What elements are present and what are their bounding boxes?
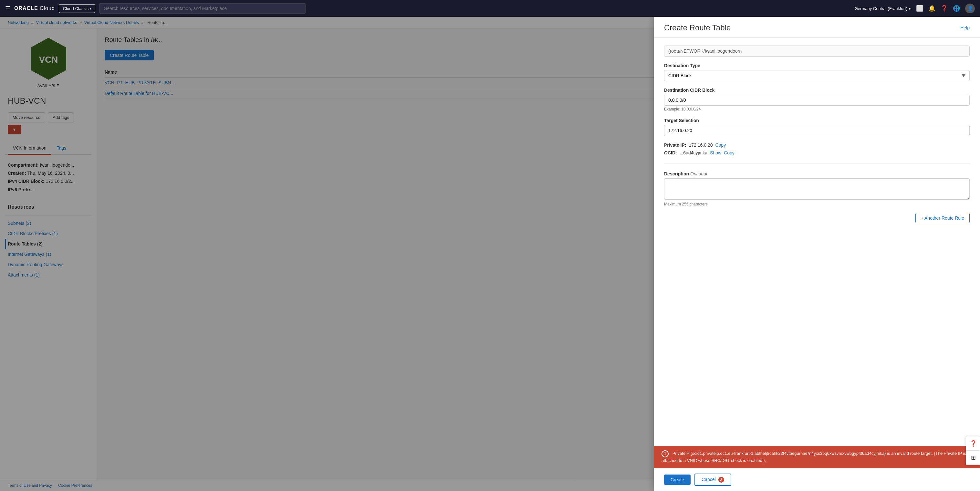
region-selector[interactable]: Germany Central (Frankfurt) ▾ (855, 6, 911, 11)
modal-title: Create Route Table (664, 23, 731, 32)
hamburger-icon[interactable]: ☰ (5, 5, 10, 12)
description-group: Description Optional Maximum 255 charact… (664, 171, 970, 207)
private-ip-value: 172.16.0.20 (689, 143, 713, 148)
private-ip-label: Private IP: (664, 143, 686, 148)
private-ip-copy-link[interactable]: Copy (715, 143, 726, 148)
target-selection-group: Target Selection (664, 118, 970, 136)
description-input[interactable] (664, 178, 970, 200)
compartment-path: (root)/NETWORK/IwanHoogendoorn (664, 46, 970, 57)
cloud-classic-button[interactable]: Cloud Classic › (59, 4, 95, 13)
ocid-value: ...6ad4cyjmka (679, 150, 707, 156)
target-selection-input[interactable] (664, 125, 970, 136)
ocid-copy-link[interactable]: Copy (724, 150, 735, 156)
destination-cidr-label: Destination CIDR Block (664, 87, 970, 93)
cancel-number-badge: 2 (718, 477, 724, 483)
globe-icon[interactable]: 🌐 (953, 5, 960, 12)
help-widget: ❓ ⊞ (966, 436, 980, 465)
help-icon[interactable]: ❓ (940, 5, 948, 12)
ocid-row: OCID: ...6ad4cyjmka Show Copy (664, 150, 970, 156)
top-navigation: ☰ ORACLE Cloud Cloud Classic › Germany C… (0, 0, 980, 17)
ocid-show-link[interactable]: Show (710, 150, 721, 156)
nav-right: Germany Central (Frankfurt) ▾ ⬜ 🔔 ❓ 🌐 👤 (855, 3, 975, 13)
destination-type-label: Destination Type (664, 63, 970, 68)
modal-footer: Create Cancel 2 (654, 468, 980, 491)
destination-type-select[interactable]: CIDR Block Service (664, 70, 970, 81)
form-section-divider (664, 163, 970, 164)
description-label: Description Optional (664, 171, 970, 176)
modal-body: (root)/NETWORK/IwanHoogendoorn Destinati… (654, 38, 980, 446)
another-route-rule-button[interactable]: + Another Route Rule (915, 213, 970, 223)
oracle-logo: ORACLE Cloud (14, 5, 55, 11)
create-route-table-modal: Create Route Table Help (root)/NETWORK/I… (654, 17, 980, 491)
create-button[interactable]: Create (664, 475, 690, 485)
target-selection-label: Target Selection (664, 118, 970, 123)
modal-help-link[interactable]: Help (960, 25, 970, 30)
question-circle-icon: ❓ (970, 440, 977, 447)
private-ip-row: Private IP: 172.16.0.20 Copy (664, 143, 970, 148)
ocid-label: OCID: (664, 150, 677, 156)
avatar[interactable]: 👤 (965, 3, 975, 13)
error-banner: 1 PrivateIP {ocid1.privateip.oc1.eu-fran… (654, 446, 980, 469)
help-widget-question-button[interactable]: ❓ (966, 436, 980, 451)
destination-cidr-group: Destination CIDR Block Example: 10.0.0.0… (664, 87, 970, 111)
destination-cidr-input[interactable] (664, 95, 970, 106)
destination-type-group: Destination Type CIDR Block Service (664, 63, 970, 81)
description-hint: Maximum 255 characters (664, 202, 970, 207)
search-input[interactable] (99, 3, 306, 14)
monitor-icon[interactable]: ⬜ (916, 5, 923, 12)
error-number-badge: 1 (662, 450, 669, 458)
cancel-button[interactable]: Cancel 2 (694, 474, 731, 486)
error-message: PrivateIP {ocid1.privateip.oc1.eu-frankf… (662, 451, 966, 463)
bell-icon[interactable]: 🔔 (928, 5, 935, 12)
chevron-down-icon: ▾ (908, 6, 911, 11)
modal-header: Create Route Table Help (654, 17, 980, 38)
grid-icon: ⊞ (971, 454, 976, 461)
help-widget-grid-button[interactable]: ⊞ (966, 451, 980, 465)
destination-cidr-hint: Example: 10.0.0.0/24 (664, 107, 970, 111)
